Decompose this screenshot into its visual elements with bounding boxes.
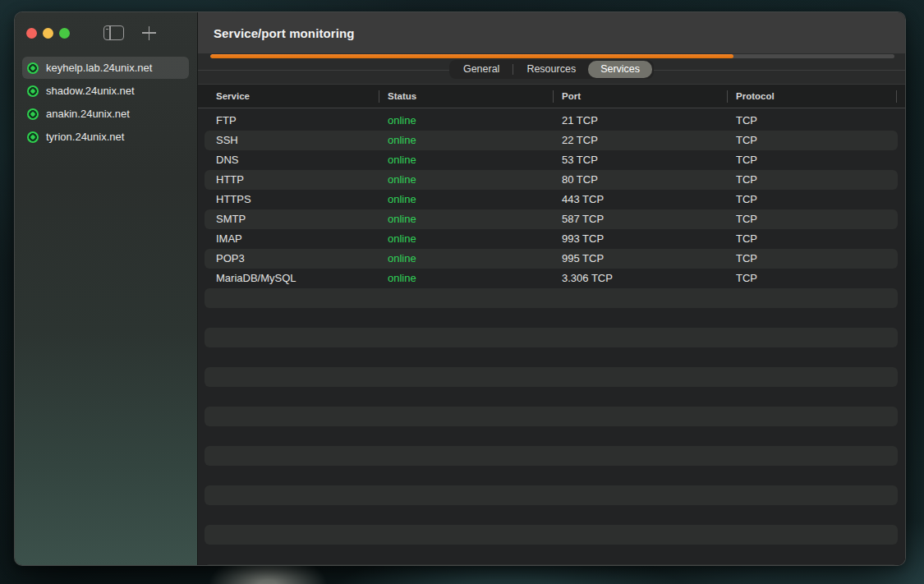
cell-status: online (388, 209, 416, 229)
row-stripe (205, 249, 898, 269)
server-list: keyhelp.lab.24unix.netshadow.24unix.neta… (15, 57, 197, 148)
empty-table-row (198, 466, 905, 485)
cell-service: HTTPS (216, 190, 251, 209)
main-content: Service/port monitoring GeneralResources… (198, 12, 905, 565)
cell-service: FTP (216, 111, 237, 131)
row-stripe (205, 170, 898, 190)
progress-bar-fill (210, 54, 733, 58)
row-stripe (205, 131, 898, 150)
table-row[interactable]: SMTPonline587 TCPTCP (198, 209, 905, 229)
sidebar-toolbar (15, 12, 197, 53)
table-row[interactable]: HTTPSonline443 TCPTCP (198, 190, 905, 209)
sidebar-toggle-icon[interactable] (103, 25, 124, 40)
sidebar-item-server-1[interactable]: shadow.24unix.net (22, 80, 189, 102)
cell-port: 443 TCP (562, 190, 604, 209)
cell-protocol: TCP (736, 150, 757, 170)
table-row[interactable]: MariaDB/MySQLonline3.306 TCPTCP (198, 269, 905, 288)
row-stripe (205, 328, 898, 347)
table-body: FTPonline21 TCPTCPSSHonline22 TCPTCPDNSo… (198, 108, 905, 565)
column-header-status[interactable]: Status (388, 85, 416, 108)
empty-table-row (198, 387, 905, 407)
row-stripe (205, 367, 898, 387)
empty-table-row (198, 485, 905, 505)
row-stripe (205, 564, 898, 565)
row-stripe (205, 485, 898, 505)
empty-table-row (198, 367, 905, 387)
table-row[interactable]: POP3online995 TCPTCP (198, 249, 905, 269)
cell-protocol: TCP (736, 111, 757, 131)
empty-table-row (198, 505, 905, 525)
cell-protocol: TCP (736, 269, 757, 288)
empty-table-row (198, 288, 905, 308)
server-label: tyrion.24unix.net (46, 131, 124, 143)
table-row[interactable]: DNSonline53 TCPTCP (198, 150, 905, 170)
cell-protocol: TCP (736, 209, 757, 229)
status-dot-icon (27, 62, 39, 74)
minimize-icon[interactable] (43, 28, 53, 39)
cell-service: SMTP (216, 209, 246, 229)
cell-status: online (388, 190, 416, 209)
cell-service: HTTP (216, 170, 244, 190)
cell-protocol: TCP (736, 229, 757, 249)
column-header-service[interactable]: Service (216, 85, 250, 108)
table-row[interactable]: FTPonline21 TCPTCP (198, 111, 905, 131)
column-header-port[interactable]: Port (562, 85, 581, 108)
cell-protocol: TCP (736, 190, 757, 209)
cell-port: 993 TCP (562, 229, 604, 249)
empty-table-row (198, 308, 905, 328)
cell-port: 22 TCP (562, 131, 598, 150)
row-stripe (205, 525, 898, 545)
cell-port: 587 TCP (562, 209, 604, 229)
empty-table-row (198, 426, 905, 446)
sidebar-item-server-2[interactable]: anakin.24unix.net (22, 103, 189, 125)
cell-status: online (388, 170, 416, 190)
cell-service: MariaDB/MySQL (216, 269, 297, 288)
cell-port: 53 TCP (562, 150, 598, 170)
cell-port: 995 TCP (562, 249, 604, 269)
cell-protocol: TCP (736, 131, 757, 150)
row-stripe (205, 288, 898, 308)
zoom-icon[interactable] (59, 28, 70, 39)
status-dot-icon (27, 108, 39, 120)
row-stripe (205, 407, 898, 426)
tab-separator (513, 64, 513, 75)
tab-resources[interactable]: Resources (514, 61, 588, 78)
cell-port: 80 TCP (562, 170, 598, 190)
empty-table-row (198, 328, 905, 347)
status-dot-icon (27, 85, 39, 97)
row-stripe (205, 446, 898, 466)
empty-table-row (198, 347, 905, 367)
empty-table-row (198, 545, 905, 564)
table-row[interactable]: IMAPonline993 TCPTCP (198, 229, 905, 249)
server-label: shadow.24unix.net (46, 85, 135, 97)
cell-protocol: TCP (736, 170, 757, 190)
cell-status: online (388, 269, 416, 288)
cell-service: DNS (216, 150, 238, 170)
tab-general[interactable]: General (451, 61, 512, 78)
cell-service: IMAP (216, 229, 242, 249)
empty-table-row (198, 407, 905, 426)
content-titlebar: Service/port monitoring (198, 12, 905, 53)
progress-bar (210, 54, 894, 58)
column-header-protocol[interactable]: Protocol (736, 85, 775, 108)
row-stripe (205, 209, 898, 229)
table-header: ServiceStatusPortProtocol (198, 84, 905, 108)
cell-protocol: TCP (736, 249, 757, 269)
close-icon[interactable] (26, 28, 37, 39)
empty-table-row (198, 564, 905, 565)
column-divider (896, 90, 897, 103)
table-row[interactable]: SSHonline22 TCPTCP (198, 131, 905, 150)
cell-status: online (388, 111, 416, 131)
segmented-control: GeneralResourcesServices (449, 60, 654, 79)
cell-status: online (388, 131, 416, 150)
app-window: keyhelp.lab.24unix.netshadow.24unix.neta… (14, 11, 906, 566)
sidebar-item-server-0[interactable]: keyhelp.lab.24unix.net (22, 57, 189, 79)
tab-services[interactable]: Services (588, 61, 652, 78)
add-icon[interactable] (142, 26, 156, 40)
cell-status: online (388, 249, 416, 269)
column-divider (727, 90, 728, 103)
table-row[interactable]: HTTPonline80 TCPTCP (198, 170, 905, 190)
sidebar-item-server-3[interactable]: tyrion.24unix.net (22, 126, 189, 148)
empty-table-row (198, 525, 905, 545)
cell-status: online (388, 150, 416, 170)
